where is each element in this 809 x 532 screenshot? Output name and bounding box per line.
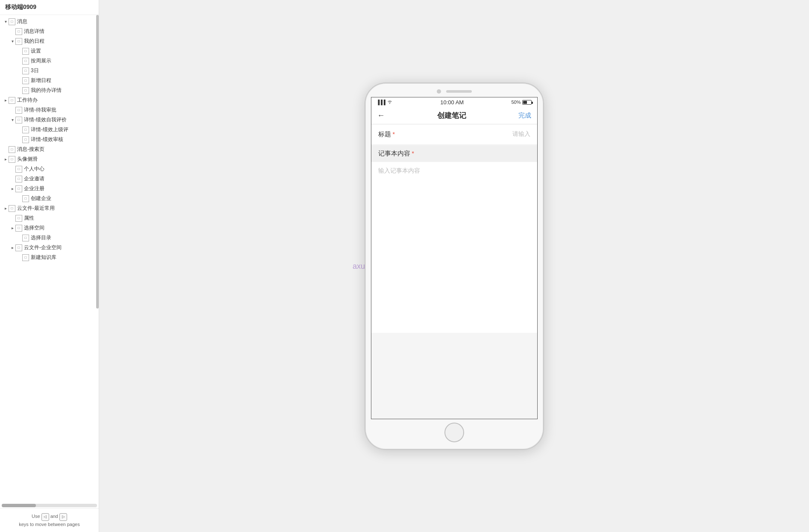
content-field: 记事本内容 * 输入记事本内容 bbox=[371, 145, 537, 333]
tree-toggle[interactable]: ▾ bbox=[3, 19, 9, 24]
battery-icon bbox=[522, 100, 532, 105]
tree-item-label: 新增日程 bbox=[31, 77, 51, 84]
tree-item-label: 头像侧滑 bbox=[17, 156, 38, 163]
key-next[interactable]: ▷ bbox=[59, 513, 67, 521]
phone-bottom bbox=[365, 423, 543, 449]
tree-toggle[interactable]: ▸ bbox=[3, 157, 9, 162]
nav-title: 创建笔记 bbox=[437, 111, 466, 121]
page-icon: □ bbox=[9, 97, 15, 104]
tree-toggle[interactable]: ▸ bbox=[9, 245, 15, 250]
status-bar: ▐▐▐ 10:00 AM 50% bbox=[371, 97, 537, 107]
sidebar-item-detail-self-eval[interactable]: ▾□详情-绩效自我评价 bbox=[0, 115, 99, 125]
tree-item-label: 企业注册 bbox=[24, 185, 44, 192]
nav-action-button[interactable]: 完成 bbox=[518, 112, 531, 120]
phone-top-bar bbox=[365, 83, 543, 94]
page-icon: □ bbox=[9, 18, 15, 25]
content-field-header: 记事本内容 * bbox=[371, 145, 537, 162]
form-content: 标题 * 请输入 记事本内容 * 输入记事本内容 bbox=[371, 124, 537, 419]
sidebar-item-messages[interactable]: ▾□消息 bbox=[0, 17, 99, 26]
sidebar-item-three-day[interactable]: □3日 bbox=[0, 66, 99, 76]
sidebar-item-message-detail[interactable]: □消息详情 bbox=[0, 26, 99, 36]
sidebar-item-personal-center[interactable]: □个人中心 bbox=[0, 164, 99, 174]
sidebar-item-message-search[interactable]: □消息-搜索页 bbox=[0, 144, 99, 154]
tree-item-label: 云文件-企业空间 bbox=[24, 244, 62, 251]
tree-item-label: 消息 bbox=[17, 18, 27, 25]
sidebar-item-new-schedule[interactable]: □新增日程 bbox=[0, 76, 99, 85]
battery-percent: 50% bbox=[511, 100, 521, 105]
battery-fill bbox=[523, 101, 527, 104]
page-icon: □ bbox=[22, 136, 29, 143]
title-field-row: 标题 * 请输入 bbox=[371, 124, 537, 145]
key-prev[interactable]: ◁ bbox=[41, 513, 49, 521]
tree-toggle[interactable]: ▸ bbox=[3, 98, 9, 103]
content-label-text: 记事本内容 bbox=[378, 150, 410, 158]
status-left: ▐▐▐ bbox=[377, 100, 393, 105]
sidebar-tree-area: ▾□消息□消息详情▾□我的日程□设置□按周展示□3日□新增日程□我的待办详情▸□… bbox=[0, 15, 99, 504]
sidebar-item-detail-superior-eval[interactable]: □详情-绩效上级评 bbox=[0, 125, 99, 135]
sidebar-bottom-hint: Use ◁ and ▷ keys to move between pages bbox=[0, 508, 99, 532]
app-title: 移动端0909 bbox=[0, 0, 99, 15]
tree-item-label: 按周展示 bbox=[31, 57, 51, 65]
content-required-mark: * bbox=[412, 150, 414, 157]
sidebar-item-weekly-view[interactable]: □按周展示 bbox=[0, 56, 99, 66]
page-icon: □ bbox=[22, 48, 29, 55]
tree-item-label: 工作待办 bbox=[17, 97, 38, 104]
page-icon: □ bbox=[15, 225, 22, 232]
content-textarea-placeholder[interactable]: 输入记事本内容 bbox=[371, 162, 537, 333]
page-icon: □ bbox=[15, 107, 22, 114]
sidebar-item-select-dir[interactable]: □选择目录 bbox=[0, 233, 99, 243]
title-placeholder: 请输入 bbox=[512, 130, 530, 138]
tree-item-label: 个人中心 bbox=[24, 165, 44, 173]
tree-item-label: 属性 bbox=[24, 215, 34, 222]
tree-toggle[interactable]: ▾ bbox=[9, 39, 15, 44]
sidebar-item-new-knowledge[interactable]: □新建知识库 bbox=[0, 253, 99, 262]
page-icon: □ bbox=[15, 38, 22, 45]
sidebar-item-cloud-recent[interactable]: ▸□云文件-最近常用 bbox=[0, 203, 99, 213]
page-icon: □ bbox=[9, 205, 15, 212]
tree-item-label: 我的日程 bbox=[24, 38, 44, 45]
sidebar-hscrollbar[interactable] bbox=[2, 504, 97, 507]
phone-outer-shell: ▐▐▐ 10:00 AM 50% bbox=[365, 82, 544, 450]
page-icon: □ bbox=[22, 77, 29, 84]
sidebar-item-my-todo-detail[interactable]: □我的待办详情 bbox=[0, 85, 99, 95]
sidebar-item-properties[interactable]: □属性 bbox=[0, 213, 99, 223]
sidebar-item-company-register[interactable]: ▸□企业注册 bbox=[0, 184, 99, 194]
sidebar-hscroll-thumb[interactable] bbox=[2, 504, 36, 507]
sidebar-item-detail-pending[interactable]: □详情-待我审批 bbox=[0, 105, 99, 115]
sidebar-item-settings[interactable]: □设置 bbox=[0, 46, 99, 56]
hint-text-keys: keys to move between pages bbox=[19, 522, 79, 527]
sidebar-item-create-company[interactable]: □创建企业 bbox=[0, 194, 99, 203]
page-icon: □ bbox=[22, 254, 29, 261]
sidebar-item-detail-review[interactable]: □详情-绩效审核 bbox=[0, 135, 99, 144]
page-icon: □ bbox=[15, 244, 22, 251]
sidebar-tree: ▾□消息□消息详情▾□我的日程□设置□按周展示□3日□新增日程□我的待办详情▸□… bbox=[0, 15, 99, 264]
sidebar-vscrollbar[interactable] bbox=[95, 15, 99, 504]
home-button[interactable] bbox=[444, 423, 464, 442]
tree-toggle[interactable]: ▸ bbox=[3, 206, 9, 211]
sidebar-item-cloud-enterprise[interactable]: ▸□云文件-企业空间 bbox=[0, 243, 99, 253]
page-icon: □ bbox=[9, 146, 15, 153]
tree-toggle[interactable]: ▸ bbox=[9, 186, 15, 191]
page-icon: □ bbox=[22, 58, 29, 65]
tree-item-label: 3日 bbox=[31, 67, 39, 74]
sidebar-item-my-schedule[interactable]: ▾□我的日程 bbox=[0, 36, 99, 46]
signal-icon: ▐▐▐ bbox=[377, 100, 385, 105]
page-icon: □ bbox=[15, 176, 22, 182]
sidebar-item-company-invite[interactable]: □企业邀请 bbox=[0, 174, 99, 184]
phone-mockup: ▐▐▐ 10:00 AM 50% bbox=[365, 82, 544, 450]
sidebar-item-work-todo[interactable]: ▸□工作待办 bbox=[0, 95, 99, 105]
status-right: 50% bbox=[511, 100, 532, 105]
tree-item-label: 创建企业 bbox=[31, 195, 51, 202]
sidebar: 移动端0909 ▾□消息□消息详情▾□我的日程□设置□按周展示□3日□新增日程□… bbox=[0, 0, 99, 532]
hint-text-and: and bbox=[50, 514, 58, 519]
tree-item-label: 我的待办详情 bbox=[31, 87, 62, 94]
sidebar-item-avatar-slider[interactable]: ▸□头像侧滑 bbox=[0, 154, 99, 164]
page-icon: □ bbox=[15, 215, 22, 222]
sidebar-item-select-space[interactable]: ▸□选择空间 bbox=[0, 223, 99, 233]
title-label-text: 标题 bbox=[378, 130, 391, 138]
tree-toggle[interactable]: ▾ bbox=[9, 118, 15, 122]
sidebar-vscroll-thumb[interactable] bbox=[96, 15, 99, 309]
tree-item-label: 详情-待我审批 bbox=[24, 106, 56, 114]
tree-toggle[interactable]: ▸ bbox=[9, 226, 15, 230]
back-button[interactable]: ← bbox=[377, 111, 385, 120]
